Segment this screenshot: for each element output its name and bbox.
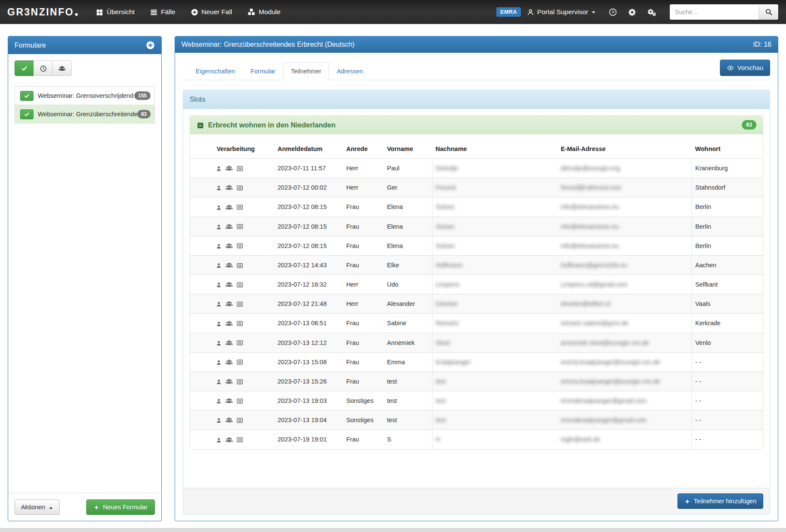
cell-vorname: test xyxy=(384,372,432,391)
webseminar-panel-body: Eigenschaften Formular Teilnehmer Adress… xyxy=(175,53,778,521)
vorschau-button[interactable]: Vorschau xyxy=(720,60,770,76)
users-icon[interactable] xyxy=(225,300,233,308)
details-icon[interactable] xyxy=(236,320,243,327)
row-actions xyxy=(190,159,274,178)
user-icon[interactable] xyxy=(216,281,222,288)
tab-formular[interactable]: Formular xyxy=(243,62,283,80)
users-icon[interactable] xyxy=(225,164,233,172)
form-list-item-selected[interactable]: Webseminar: Grenzüberschreitendes Erbrec… xyxy=(15,105,155,124)
tab-eigenschaften[interactable]: Eigenschaften xyxy=(188,62,243,80)
users-icon[interactable] xyxy=(225,281,233,288)
cell-anmeldedatum: 2023-07-13 12:12 xyxy=(274,333,343,352)
tab-adressen[interactable]: Adressen xyxy=(329,62,371,80)
row-actions xyxy=(190,314,274,333)
details-icon[interactable] xyxy=(236,436,243,443)
search-input[interactable] xyxy=(669,4,759,20)
users-icon[interactable] xyxy=(225,319,233,327)
cell-nachname: Soines xyxy=(432,217,557,236)
details-icon[interactable] xyxy=(236,300,243,308)
participant-row: 2023-07-12 21:48 Herr Alexander Drenker … xyxy=(190,294,763,314)
user-icon[interactable] xyxy=(216,184,222,191)
form-list-item[interactable]: Webseminar: Grensoverschrijdend erfrecht… xyxy=(15,86,155,105)
tab-teilnehmer[interactable]: Teilnehmer xyxy=(283,62,329,80)
users-icon[interactable] xyxy=(225,261,233,269)
nav-item-faelle[interactable]: Fälle xyxy=(150,8,175,16)
help-icon[interactable] xyxy=(609,8,617,16)
users-icon[interactable] xyxy=(225,435,233,443)
form-count-badge: 155 xyxy=(134,91,151,100)
add-form-icon[interactable] xyxy=(146,41,155,50)
gear-icon[interactable] xyxy=(628,8,636,16)
details-icon[interactable] xyxy=(236,281,243,288)
plus-circle-icon xyxy=(191,8,198,16)
nav-item-neuer-fall[interactable]: Neuer Fall xyxy=(191,8,233,16)
details-icon[interactable] xyxy=(236,223,243,230)
details-icon[interactable] xyxy=(236,203,243,211)
search-button[interactable] xyxy=(759,4,779,20)
formulare-panel-header: Formulare xyxy=(8,36,161,54)
cell-wohnort: Selfkant xyxy=(692,275,763,294)
slot-header: Erbrecht wohnen in den Niederlanden 83 xyxy=(190,116,763,134)
teilnehmer-hinzufuegen-button[interactable]: Teilnehmer hinzufügen xyxy=(677,493,763,509)
details-icon[interactable] xyxy=(236,378,243,385)
user-icon[interactable] xyxy=(216,165,222,172)
user-icon[interactable] xyxy=(216,242,222,249)
details-icon[interactable] xyxy=(236,184,243,191)
nav-item-label: Fälle xyxy=(161,8,175,16)
cell-anrede: Frau xyxy=(343,430,384,449)
cell-anmeldedatum: 2023-07-13 19:04 xyxy=(274,411,343,430)
user-icon[interactable] xyxy=(216,262,222,269)
user-icon[interactable] xyxy=(216,339,222,346)
users-icon[interactable] xyxy=(225,203,233,211)
user-icon[interactable] xyxy=(216,397,222,404)
user-icon[interactable] xyxy=(216,417,222,423)
gears-icon[interactable] xyxy=(647,8,656,17)
details-icon[interactable] xyxy=(236,417,243,424)
filter-active-button[interactable] xyxy=(15,60,34,76)
cell-anrede: Frau xyxy=(343,352,384,372)
filter-pending-button[interactable] xyxy=(33,60,53,76)
cell-email: ingle@web.de xyxy=(557,430,692,449)
users-icon[interactable] xyxy=(225,378,233,385)
cell-email: deinolje@euregio.org xyxy=(557,159,692,178)
participant-row: 2023-07-12 00:02 Herr Ger Freund freund@… xyxy=(190,178,763,197)
user-icon[interactable] xyxy=(216,223,222,230)
neues-formular-button[interactable]: Neues Formular xyxy=(86,499,155,515)
details-icon[interactable] xyxy=(236,165,243,172)
details-icon[interactable] xyxy=(236,358,243,366)
users-icon[interactable] xyxy=(225,358,233,366)
brand-logo[interactable]: GR3NZINFO ● xyxy=(7,7,78,17)
user-icon[interactable] xyxy=(216,359,222,366)
row-actions xyxy=(190,333,274,352)
cell-vorname: test xyxy=(384,391,432,411)
aktionen-button[interactable]: Aktionen xyxy=(15,499,60,515)
users-icon[interactable] xyxy=(225,339,233,347)
user-icon[interactable] xyxy=(216,378,222,385)
user-icon[interactable] xyxy=(216,203,222,210)
details-icon[interactable] xyxy=(236,242,243,249)
cell-nachname: Hoffmann xyxy=(432,255,557,275)
form-filter-group xyxy=(15,60,155,76)
details-icon[interactable] xyxy=(236,261,243,269)
users-icon[interactable] xyxy=(225,242,233,250)
user-menu[interactable]: Portal Supervisor xyxy=(527,8,596,16)
teilnehmer-hinzufuegen-label: Teilnehmer hinzufügen xyxy=(694,498,756,505)
user-icon[interactable] xyxy=(216,320,222,326)
details-icon[interactable] xyxy=(236,339,243,346)
cell-anmeldedatum: 2023-07-12 00:02 xyxy=(274,178,343,197)
cell-wohnort: - - xyxy=(692,391,763,411)
nav-item-module[interactable]: Module xyxy=(248,8,281,16)
users-icon[interactable] xyxy=(225,416,233,424)
details-icon[interactable] xyxy=(236,397,243,405)
cell-vorname: Elena xyxy=(384,197,432,217)
user-icon[interactable] xyxy=(216,300,222,307)
check-icon xyxy=(20,91,33,101)
user-menu-label: Portal Supervisor xyxy=(537,8,588,16)
users-icon[interactable] xyxy=(225,397,233,405)
users-icon[interactable] xyxy=(225,223,233,230)
nav-item-uebersicht[interactable]: Übersicht xyxy=(96,8,134,16)
user-icon[interactable] xyxy=(216,436,222,443)
participant-row: 2023-07-13 19:04 Sonstiges test test emm… xyxy=(190,411,763,430)
filter-participants-button[interactable] xyxy=(52,60,72,76)
users-icon[interactable] xyxy=(225,184,233,191)
